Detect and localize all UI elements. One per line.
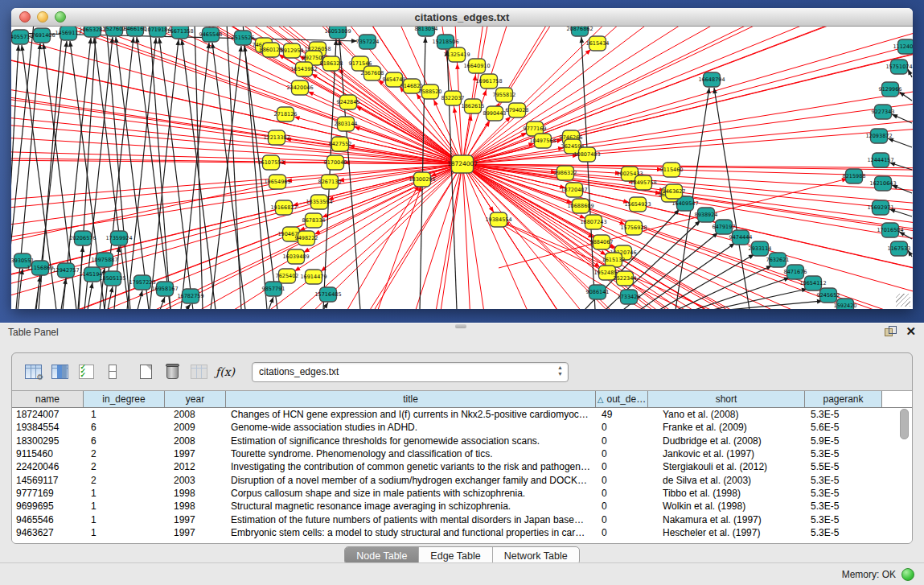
cell-year[interactable]: 1998 xyxy=(165,501,226,512)
column-header-short[interactable]: short xyxy=(648,391,805,407)
cell-pagerank[interactable]: 5.3E-5 xyxy=(805,448,882,459)
cell-name[interactable]: 9465546 xyxy=(12,514,84,525)
cell-pagerank[interactable]: 5.9E-5 xyxy=(805,435,882,447)
cell-name[interactable]: 14569117 xyxy=(12,475,84,486)
cell-in-degree[interactable]: 6 xyxy=(84,435,165,447)
cell-short[interactable]: Franke et al. (2009) xyxy=(648,422,805,433)
cell-title[interactable]: Embryonic stem cells: a model to study s… xyxy=(226,527,596,538)
cell-title[interactable]: Disruption of a novel member of a sodium… xyxy=(226,475,596,486)
column-header-out-de-[interactable]: △out_de… xyxy=(596,391,648,407)
cell-year[interactable]: 2012 xyxy=(165,461,226,472)
select-all-button[interactable]: ✓✓✓ xyxy=(75,361,97,382)
table-row[interactable]: 946362711997Embryonic stem cells: a mode… xyxy=(12,526,912,539)
table-row[interactable]: 1830029562008Estimation of significance … xyxy=(12,435,912,447)
cell-title[interactable]: Changes of HCN gene expression and I(f) … xyxy=(226,409,596,420)
cell-year[interactable]: 1997 xyxy=(165,514,226,525)
cell-title[interactable]: Estimation of the future numbers of pati… xyxy=(226,514,596,525)
cell-year[interactable]: 1998 xyxy=(165,488,226,499)
cell-short[interactable]: Jankovic et al. (1997) xyxy=(648,448,805,459)
cell-title[interactable]: Genome-wide association studies in ADHD. xyxy=(226,422,596,433)
table-row[interactable]: 911546021997Tourette syndrome. Phenomeno… xyxy=(12,447,912,460)
cell-title[interactable]: Investigating the contribution of common… xyxy=(226,461,596,472)
cell-title[interactable]: Tourette syndrome. Phenomenology and cla… xyxy=(226,448,596,459)
cell-pagerank[interactable]: 5.3E-5 xyxy=(805,527,882,538)
cell-name[interactable]: 18724007 xyxy=(12,409,84,420)
cell-in-degree[interactable]: 1 xyxy=(84,488,165,499)
cell-in-degree[interactable]: 2 xyxy=(84,448,165,459)
cell-name[interactable]: 9115460 xyxy=(12,448,84,459)
table-row[interactable]: 1872400712008Changes of HCN gene express… xyxy=(12,408,912,421)
cell-pagerank[interactable]: 5.3E-5 xyxy=(805,501,882,512)
cell-out-de-[interactable]: 0 xyxy=(596,422,648,433)
import-table-button[interactable] xyxy=(187,361,210,382)
table-row[interactable]: 946554611997Estimation of the future num… xyxy=(12,513,912,525)
cell-short[interactable]: Yano et al. (2008) xyxy=(648,409,805,420)
table-row[interactable]: 1938455462009Genome-wide association stu… xyxy=(12,421,912,434)
cell-year[interactable]: 2009 xyxy=(165,422,226,433)
cell-out-de-[interactable]: 0 xyxy=(596,501,648,512)
panel-splitter-handle[interactable] xyxy=(455,324,466,328)
cell-short[interactable]: Dudbridge et al. (2008) xyxy=(648,435,805,447)
tab-network-table[interactable]: Network Table xyxy=(493,547,579,564)
minimize-window-button[interactable] xyxy=(37,11,48,23)
cell-short[interactable]: de Silva et al. (2003) xyxy=(648,475,805,486)
row-options-button[interactable] xyxy=(101,361,124,382)
cell-name[interactable]: 9777169 xyxy=(12,488,84,499)
scrollbar-thumb[interactable] xyxy=(900,409,909,439)
function-builder-button[interactable]: ƒ(x) xyxy=(214,361,236,382)
table-row[interactable]: 977716911998Corpus callosum shape and si… xyxy=(12,487,912,500)
cell-in-degree[interactable]: 2 xyxy=(84,475,165,486)
cell-in-degree[interactable]: 6 xyxy=(84,422,165,433)
cell-in-degree[interactable]: 2 xyxy=(84,461,165,472)
float-panel-icon[interactable] xyxy=(885,326,896,337)
cell-short[interactable]: Tibbo et al. (1998) xyxy=(648,488,805,499)
network-canvas[interactable]: 2405571427691406145691171065328715276026… xyxy=(11,27,913,309)
table-row[interactable]: 1456911722003Disruption of a novel membe… xyxy=(12,473,912,486)
cell-year[interactable]: 2003 xyxy=(165,475,226,486)
close-window-button[interactable] xyxy=(19,11,31,23)
cell-short[interactable]: Hescheler et al. (1997) xyxy=(648,527,805,538)
network-window-titlebar[interactable]: citations_edges.txt xyxy=(11,8,913,27)
cell-name[interactable]: 9463627 xyxy=(12,527,84,538)
cell-name[interactable]: 19384554 xyxy=(12,422,84,433)
cell-year[interactable]: 1997 xyxy=(165,448,226,459)
cell-in-degree[interactable]: 1 xyxy=(84,501,165,512)
cell-name[interactable]: 22420046 xyxy=(12,461,84,472)
cell-out-de-[interactable]: 0 xyxy=(596,475,648,486)
cell-pagerank[interactable]: 5.3E-5 xyxy=(805,514,882,525)
cell-out-de-[interactable]: 49 xyxy=(596,409,648,420)
cell-in-degree[interactable]: 1 xyxy=(84,527,165,538)
cell-name[interactable]: 18300295 xyxy=(12,435,84,447)
zoom-window-button[interactable] xyxy=(55,11,66,23)
cell-year[interactable]: 2008 xyxy=(165,409,226,420)
cell-year[interactable]: 1997 xyxy=(165,527,226,538)
cell-title[interactable]: Corpus callosum shape and size in male p… xyxy=(226,488,596,499)
cell-out-de-[interactable]: 0 xyxy=(596,527,648,538)
new-table-button[interactable] xyxy=(134,361,157,382)
table-row[interactable]: 969969511998Structural magnetic resonanc… xyxy=(12,500,912,513)
cell-out-de-[interactable]: 0 xyxy=(596,461,648,472)
column-header-year[interactable]: year xyxy=(165,391,226,407)
cell-short[interactable]: Wolkin et al. (1998) xyxy=(648,501,805,512)
cell-out-de-[interactable]: 0 xyxy=(596,435,648,447)
cell-out-de-[interactable]: 0 xyxy=(596,448,648,459)
cell-pagerank[interactable]: 5.3E-5 xyxy=(805,488,882,499)
table-row[interactable]: 2242004622012Investigating the contribut… xyxy=(12,460,912,473)
cell-out-de-[interactable]: 0 xyxy=(596,514,648,525)
cell-short[interactable]: Stergiakouli et al. (2012) xyxy=(648,461,805,472)
cell-in-degree[interactable]: 1 xyxy=(84,514,165,525)
cell-year[interactable]: 2008 xyxy=(165,435,226,447)
cell-title[interactable]: Estimation of significance thresholds fo… xyxy=(226,435,596,447)
tab-node-table[interactable]: Node Table xyxy=(345,547,419,564)
network-table-select[interactable]: citations_edges.txt ▲▼ xyxy=(252,362,569,382)
table-scrollbar[interactable] xyxy=(899,409,909,529)
cell-pagerank[interactable]: 5.6E-5 xyxy=(805,422,882,433)
tab-edge-table[interactable]: Edge Table xyxy=(419,547,492,564)
delete-table-button[interactable] xyxy=(161,361,183,382)
cell-in-degree[interactable]: 1 xyxy=(84,409,165,420)
memory-status-indicator[interactable] xyxy=(901,568,914,581)
table-settings-button[interactable]: ⚙ xyxy=(22,361,44,382)
cell-out-de-[interactable]: 0 xyxy=(596,488,648,499)
column-header-title[interactable]: title xyxy=(226,391,596,407)
cell-pagerank[interactable]: 5.3E-5 xyxy=(805,409,882,420)
